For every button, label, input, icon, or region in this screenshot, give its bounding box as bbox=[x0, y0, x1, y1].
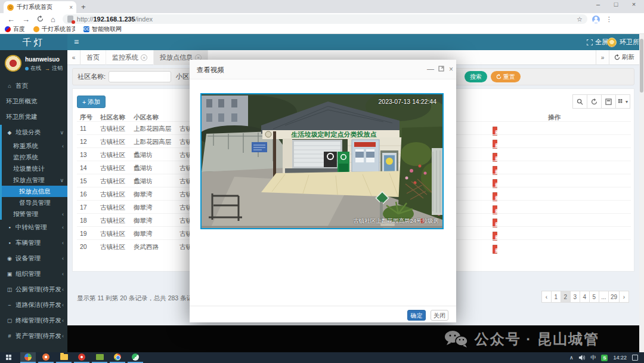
tab-monitor[interactable]: 监控系统× bbox=[106, 50, 154, 65]
browser-tab[interactable]: ☺ 千灯系统首页 × bbox=[4, 1, 76, 13]
taskbar-app-orange[interactable] bbox=[38, 352, 54, 363]
taskbar-app-explorer[interactable] bbox=[56, 352, 72, 363]
bookmark-item[interactable]: 千灯系统首页 bbox=[33, 25, 75, 33]
modal-close-icon[interactable]: × bbox=[449, 65, 453, 73]
sidebar-item-设备管理[interactable]: ◉设备管理‹ bbox=[0, 251, 67, 266]
table-fullscreen-button[interactable] bbox=[601, 94, 616, 109]
page-prev[interactable]: ‹ bbox=[541, 291, 552, 303]
sidebar-item-车辆管理[interactable]: ▪车辆管理‹ bbox=[0, 235, 67, 251]
chevron-down-icon: ∨ bbox=[60, 177, 64, 183]
logout-link[interactable]: 注销 bbox=[52, 64, 63, 72]
table-columns-button[interactable]: ▾ bbox=[615, 94, 630, 109]
sidebar-item-公厕管理(待开发)[interactable]: ◫公厕管理(待开发)‹ bbox=[0, 282, 67, 297]
sidebar-item-投放点管理[interactable]: 投放点管理∨ bbox=[0, 174, 67, 186]
fullscreen-button[interactable]: 全屏 bbox=[587, 34, 608, 50]
cctv-video-frame: 生活垃圾定时定点分类投放点 bbox=[200, 93, 444, 229]
page-29[interactable]: 29 bbox=[608, 291, 620, 303]
browser-360-icon bbox=[24, 353, 32, 361]
home-icon[interactable]: ⌂ bbox=[51, 15, 55, 24]
taskbar-app-360browser[interactable] bbox=[20, 352, 36, 363]
page-5[interactable]: 5 bbox=[589, 291, 599, 303]
trash-icon: ◆ bbox=[6, 130, 13, 136]
sidebar-item-环卫所党建[interactable]: 环卫所党建 bbox=[0, 109, 67, 125]
page-1[interactable]: 1 bbox=[551, 291, 561, 303]
window-maximize-button[interactable]: □ bbox=[607, 1, 625, 8]
sidebar-toggle-icon[interactable]: ≡ bbox=[74, 34, 79, 50]
sidebar-item-督导员管理[interactable]: 督导员管理 bbox=[0, 197, 67, 208]
scrollbar-thumb[interactable] bbox=[640, 39, 643, 93]
browser-profile-avatar[interactable] bbox=[592, 16, 600, 23]
sidebar-item-终端管理(待开发)[interactable]: ▢终端管理(待开发)‹ bbox=[0, 313, 67, 328]
table-refresh-button[interactable] bbox=[587, 94, 602, 109]
page-next[interactable]: › bbox=[619, 291, 629, 303]
action-button-删除[interactable]: ×删除 bbox=[493, 245, 497, 254]
app-logo[interactable]: 千灯 bbox=[0, 34, 67, 50]
sidebar-item-称重系统[interactable]: 称重系统‹ bbox=[0, 140, 67, 152]
confirm-button[interactable]: 确定 bbox=[407, 310, 426, 321]
window-close-button[interactable]: × bbox=[625, 1, 643, 8]
reset-button[interactable]: 重置 bbox=[491, 71, 521, 82]
ime-indicator[interactable]: 中 bbox=[590, 354, 596, 362]
new-tab-button[interactable]: + bbox=[81, 2, 86, 11]
page-scrollbar[interactable] bbox=[639, 34, 644, 352]
tab-close-icon[interactable]: × bbox=[69, 4, 73, 11]
station-sign-text: 生活垃圾定时定点分类投放点 bbox=[291, 131, 377, 138]
sidebar-item-中转站管理[interactable]: ▪中转站管理‹ bbox=[0, 220, 67, 235]
notification-icon[interactable] bbox=[632, 355, 638, 361]
sidebar-item-label: 投放点管理 bbox=[13, 176, 58, 184]
page-3[interactable]: 3 bbox=[570, 291, 580, 303]
close-button[interactable]: 关闭 bbox=[431, 310, 448, 321]
bookmark-item[interactable]: CC智能物联网 bbox=[83, 25, 122, 33]
sidebar-item-投放点信息[interactable]: 投放点信息 bbox=[0, 186, 67, 197]
close-tab-icon[interactable]: × bbox=[141, 54, 147, 61]
community-input[interactable] bbox=[109, 71, 171, 82]
address-bar[interactable]: http://192.168.1.235/index ☆ bbox=[63, 14, 587, 24]
sogou-icon[interactable]: S bbox=[601, 355, 608, 361]
sidebar-item-监控系统[interactable]: 监控系统 bbox=[0, 152, 67, 163]
cell: 蠡湖坊 bbox=[134, 151, 153, 159]
cell: 御翠湾 bbox=[134, 217, 153, 225]
back-icon[interactable]: ← bbox=[7, 15, 15, 24]
taskbar-app-red[interactable] bbox=[74, 352, 89, 363]
volume-icon[interactable] bbox=[578, 355, 585, 361]
add-button[interactable]: +添加 bbox=[77, 96, 106, 108]
taskbar-app-green[interactable] bbox=[128, 352, 143, 363]
page-2[interactable]: 2 bbox=[561, 291, 571, 303]
sidebar-item-报警管理[interactable]: 报警管理‹ bbox=[0, 208, 67, 220]
bookmark-item[interactable]: 百度 bbox=[5, 25, 25, 33]
search-button[interactable]: 搜索 bbox=[465, 71, 487, 82]
topbar-user[interactable]: 环卫所 bbox=[607, 34, 639, 50]
window-minimize-button[interactable]: – bbox=[589, 1, 607, 8]
browser-menu-icon[interactable]: ⋮ bbox=[606, 16, 612, 23]
tabs-scroll-right-icon[interactable]: » bbox=[596, 50, 609, 65]
cell: 19 bbox=[80, 230, 87, 237]
reload-icon[interactable] bbox=[37, 15, 44, 24]
taskbar: ∧ 中 S 14:22 bbox=[0, 352, 644, 363]
modal-header: 查看视频 — × bbox=[190, 60, 456, 79]
page-...[interactable]: ... bbox=[599, 291, 609, 303]
sidebar-item-资产管理(待开发)[interactable]: #资产管理(待开发)‹ bbox=[0, 328, 67, 344]
site-info-icon[interactable] bbox=[67, 16, 73, 23]
taskbar-clock[interactable]: 14:22 bbox=[613, 355, 627, 361]
sidebar-item-环卫所概览[interactable]: 环卫所概览 bbox=[0, 94, 67, 109]
cell: 上郡花园高层 bbox=[134, 138, 171, 146]
modal-maximize-icon[interactable] bbox=[438, 65, 444, 73]
modal-minimize-icon[interactable]: — bbox=[427, 65, 434, 73]
forward-icon[interactable]: → bbox=[22, 15, 30, 24]
sidebar-item-垃圾分类[interactable]: ◆垃圾分类∨ bbox=[0, 125, 67, 140]
start-button[interactable] bbox=[0, 352, 18, 363]
page-4[interactable]: 4 bbox=[580, 291, 590, 303]
sidebar-item-组织管理[interactable]: ▣组织管理‹ bbox=[0, 266, 67, 282]
refresh-tab-button[interactable]: 刷新 bbox=[609, 50, 639, 65]
taskbar-app-green-folder[interactable] bbox=[92, 352, 107, 363]
tab-home[interactable]: 首页 bbox=[80, 50, 106, 65]
table-search-button[interactable] bbox=[572, 94, 587, 109]
sidebar-item-垃圾量统计[interactable]: 垃圾量统计 bbox=[0, 163, 67, 174]
tabs-scroll-left-icon[interactable]: « bbox=[67, 50, 80, 65]
taskbar-app-chrome[interactable] bbox=[110, 352, 125, 363]
sidebar-item-首页[interactable]: ⌂首页 bbox=[0, 78, 67, 94]
tray-expand-icon[interactable]: ∧ bbox=[569, 355, 574, 361]
bookmark-star-icon[interactable]: ☆ bbox=[577, 16, 583, 23]
chevron-left-icon: ‹ bbox=[62, 143, 64, 149]
sidebar-item-道路保洁(待开发)[interactable]: −道路保洁(待开发)‹ bbox=[0, 297, 67, 313]
